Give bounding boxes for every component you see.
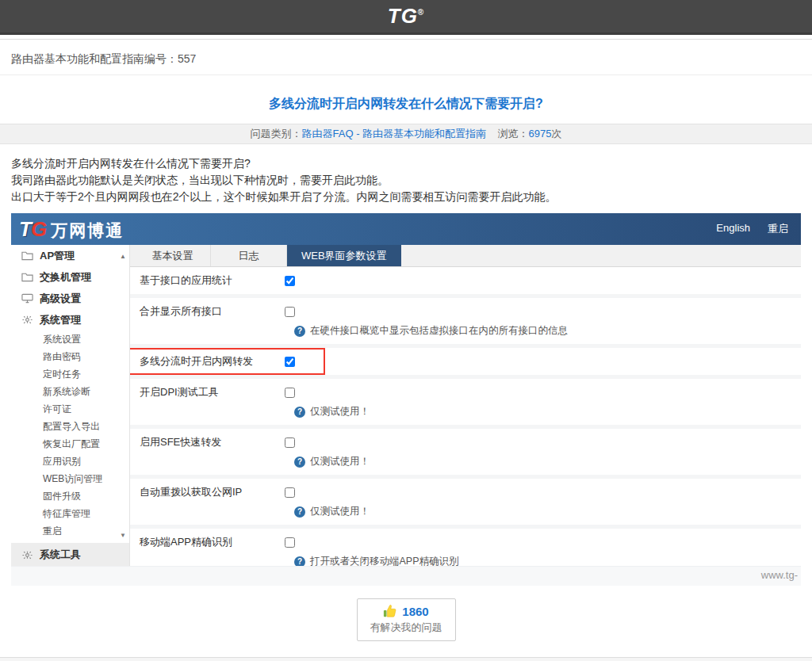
sidebar-item-许可证[interactable]: 许可证 <box>11 400 129 418</box>
setting-label: 启用SFE快速转发 <box>140 435 285 449</box>
setting-row: 自动重拨以获取公网IP?仅测试使用！ <box>130 479 801 525</box>
language-link[interactable]: English <box>716 222 750 236</box>
sidebar-item-WEB访问管理[interactable]: WEB访问管理 <box>11 470 129 487</box>
setting-checkbox[interactable] <box>285 487 295 498</box>
setting-row: 开启DPI测试工具?仅测试使用！ <box>130 379 801 425</box>
hint-text: 打开或者关闭移动端APP精确识别 <box>310 555 459 566</box>
setting-label: 开启DPI测试工具 <box>140 385 285 399</box>
question-icon: ? <box>294 506 305 518</box>
settings-list: 基于接口的应用统计合并显示所有接口?在硬件接口概览中显示包括虚拟接口在内的所有接… <box>130 267 801 566</box>
router-content: 基本设置日志WEB界面参数设置 基于接口的应用统计合并显示所有接口?在硬件接口概… <box>130 245 801 566</box>
sidebar-group-label: 系统工具 <box>40 548 81 562</box>
router-sidebar: AP管理交换机管理高级设置系统管理 系统设置路由密码定时任务新系统诊断许可证配置… <box>11 245 130 566</box>
sidebar-item-路由密码[interactable]: 路由密码 <box>11 348 129 365</box>
setting-hint: ?在硬件接口概览中显示包括虚拟接口在内的所有接口的信息 <box>294 324 801 338</box>
setting-checkbox[interactable] <box>285 357 295 367</box>
router-header-links: English 重启 <box>716 222 788 236</box>
reboot-link[interactable]: 重启 <box>768 222 788 236</box>
question-icon: ? <box>294 326 305 337</box>
brand-name: 万网博通 <box>51 220 124 242</box>
sidebar-group-交换机管理[interactable]: 交换机管理 <box>11 266 129 288</box>
doc-header: 路由器基本功能和配置指南编号：557 <box>0 46 812 75</box>
category-label: 问题类别： <box>251 128 302 139</box>
setting-row: 移动端APP精确识别?打开或者关闭移动端APP精确识别 <box>130 529 801 566</box>
like-label: 有解决我的问题 <box>370 621 442 635</box>
hint-text: 仅测试使用！ <box>310 505 370 518</box>
sidebar-item-特征库管理[interactable]: 特征库管理 <box>11 505 129 522</box>
setting-line: 移动端APP精确识别 <box>140 535 801 549</box>
sidebar-group-AP管理[interactable]: AP管理 <box>11 245 129 266</box>
scroll-down-icon[interactable]: ▼ <box>120 532 126 539</box>
sidebar-item-固件升级[interactable]: 固件升级 <box>11 487 129 505</box>
sidebar-group-label: 交换机管理 <box>40 270 91 285</box>
router-ui-screenshot: TG 万网博通 English 重启 AP管理交换机管理高级设置系统管理 系统设… <box>11 213 801 567</box>
question-icon: ? <box>294 407 305 418</box>
spacer <box>489 128 495 139</box>
thumbs-up-icon <box>383 604 397 618</box>
sidebar-group-系统管理[interactable]: 系统管理 <box>11 309 129 330</box>
sidebar-item-恢复出厂配置[interactable]: 恢复出厂配置 <box>11 435 129 453</box>
setting-row: 启用SFE快速转发?仅测试使用！ <box>130 429 801 475</box>
sidebar-item-系统设置[interactable]: 系统设置 <box>11 330 129 348</box>
gear-icon <box>21 315 33 325</box>
sidebar-item-新系统诊断[interactable]: 新系统诊断 <box>11 383 129 400</box>
router-brand: TG 万网博通 <box>19 217 124 242</box>
setting-checkbox[interactable] <box>285 388 295 398</box>
page-title: 多线分流时开启内网转发在什么情况下需要开启? <box>0 90 812 124</box>
setting-checkbox[interactable] <box>285 437 295 448</box>
sidebar-group-label: AP管理 <box>40 249 75 263</box>
hint-text: 仅测试使用！ <box>310 455 370 468</box>
monitor-icon <box>21 293 33 304</box>
setting-line: 自动重拨以获取公网IP <box>140 485 801 499</box>
tab-bar: 基本设置日志WEB界面参数设置 <box>130 245 801 267</box>
gear-icon <box>21 550 33 560</box>
setting-checkbox[interactable] <box>285 276 295 286</box>
sidebar-group-高级设置[interactable]: 高级设置 <box>11 288 129 309</box>
setting-hint: ?仅测试使用！ <box>294 505 801 518</box>
sidebar-item-应用识别[interactable]: 应用识别 <box>11 453 129 470</box>
setting-checkbox[interactable] <box>285 307 295 317</box>
setting-checkbox[interactable] <box>285 537 295 548</box>
tg-logo: TG® <box>388 4 424 29</box>
answer-line: 我司路由器此功能默认是关闭状态，当出现以下种情况时，需要开启此功能。 <box>11 172 801 189</box>
setting-label: 移动端APP精确识别 <box>140 535 285 549</box>
setting-row: 合并显示所有接口?在硬件接口概览中显示包括虚拟接口在内的所有接口的信息 <box>130 298 801 344</box>
question-icon: ? <box>294 556 305 567</box>
sidebar-item-定时任务[interactable]: 定时任务 <box>11 365 129 383</box>
setting-line: 基于接口的应用统计 <box>140 273 801 288</box>
setting-label: 合并显示所有接口 <box>140 304 285 319</box>
folder-icon <box>21 250 33 261</box>
answer-line: 出口大于等于2个且内网网段也在2个以上，这个时候如果开启了分流。内网之间需要相互… <box>11 189 801 205</box>
close-window-button[interactable]: 关闭窗口 <box>0 657 812 661</box>
hint-text: 仅测试使用！ <box>310 405 370 418</box>
setting-label: 多线分流时开启内网转发 <box>140 354 285 369</box>
views-label: 浏览： <box>498 128 529 139</box>
scroll-up-icon[interactable]: ▲ <box>120 253 126 260</box>
tab-日志[interactable]: 日志 <box>211 245 287 266</box>
router-body: AP管理交换机管理高级设置系统管理 系统设置路由密码定时任务新系统诊断许可证配置… <box>11 245 801 566</box>
views-suffix: 次 <box>551 128 561 139</box>
watermark-url: www.tg- <box>11 567 801 586</box>
setting-line: 开启DPI测试工具 <box>140 385 801 399</box>
sidebar-item-重启[interactable]: 重启 <box>11 522 129 540</box>
tab-基本设置[interactable]: 基本设置 <box>135 245 211 266</box>
setting-line: 启用SFE快速转发 <box>140 435 801 449</box>
like-count: 1860 <box>402 605 428 618</box>
divider <box>0 35 812 40</box>
router-header-bar: TG 万网博通 English 重启 <box>11 213 801 245</box>
helpful-button[interactable]: 1860 有解决我的问题 <box>357 598 456 641</box>
setting-label: 基于接口的应用统计 <box>140 273 285 288</box>
answer-line: 多线分流时开启内网转发在什么情况下需要开启? <box>11 155 801 172</box>
sidebar-item-配置导入导出[interactable]: 配置导入导出 <box>11 418 129 435</box>
views-count: 6975 <box>529 128 552 139</box>
setting-hint: ?仅测试使用！ <box>294 455 801 468</box>
setting-row: 基于接口的应用统计 <box>130 267 801 294</box>
category-link[interactable]: 路由器FAQ - 路由器基本功能和配置指南 <box>302 128 487 139</box>
tab-WEB界面参数设置[interactable]: WEB界面参数设置 <box>287 245 401 266</box>
hint-text: 在硬件接口概览中显示包括虚拟接口在内的所有接口的信息 <box>310 324 568 338</box>
setting-line: 合并显示所有接口 <box>140 304 801 319</box>
sidebar-item-system-tools[interactable]: 系统工具 <box>11 543 129 566</box>
question-icon: ? <box>294 457 305 468</box>
tg-logo: TG <box>19 217 46 242</box>
folder-icon <box>21 272 33 282</box>
